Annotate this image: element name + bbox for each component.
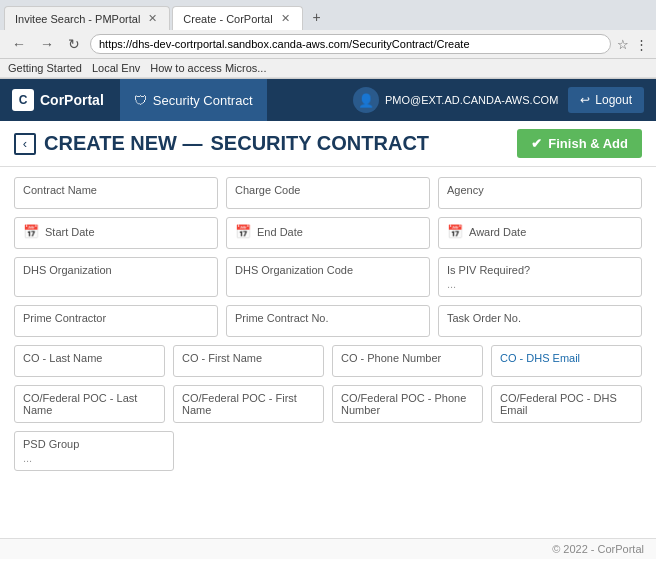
is-piv-field[interactable]: Is PIV Required? ... [438,257,642,297]
footer: © 2022 - CorPortal [0,538,656,559]
is-piv-value: ... [447,278,456,290]
logo-label: CorPortal [40,92,104,108]
bookmark-local-env[interactable]: Local Env [92,62,140,74]
form-row-4: Prime Contractor Prime Contract No. Task… [14,305,642,337]
co-fed-email-field[interactable]: CO/Federal POC - DHS Email [491,385,642,423]
dhs-org-code-field[interactable]: DHS Organization Code [226,257,430,297]
form-content: Contract Name Charge Code Agency 📅 Start… [0,167,656,538]
prime-contract-no-label: Prime Contract No. [235,312,421,324]
logout-label: Logout [595,93,632,107]
co-fed-last-label: CO/Federal POC - Last Name [23,392,156,416]
form-row-7: PSD Group ... [14,431,642,471]
co-phone-label: CO - Phone Number [341,352,474,364]
co-first-name-label: CO - First Name [182,352,315,364]
forward-button[interactable]: → [36,34,58,54]
co-last-name-field[interactable]: CO - Last Name [14,345,165,377]
start-date-label: Start Date [45,226,95,238]
co-phone-field[interactable]: CO - Phone Number [332,345,483,377]
page-title-prefix: Create New — [44,132,203,155]
finish-add-button[interactable]: ✔ Finish & Add [517,129,642,158]
task-order-no-label: Task Order No. [447,312,633,324]
tab-bar: Invitee Search - PMPortal ✕ Create - Cor… [0,0,656,30]
shield-icon: 🛡 [134,93,147,108]
back-button[interactable]: ← [8,34,30,54]
tab-label: Create - CorPortal [183,13,272,25]
bookmark-micros[interactable]: How to access Micros... [150,62,266,74]
psd-group-field[interactable]: PSD Group ... [14,431,174,471]
tab-create[interactable]: Create - CorPortal ✕ [172,6,302,30]
browser-chrome: Invitee Search - PMPortal ✕ Create - Cor… [0,0,656,79]
co-dhs-email-field[interactable]: CO - DHS Email [491,345,642,377]
address-bar: ← → ↻ ☆ ⋮ [0,30,656,59]
form-row-2: 📅 Start Date 📅 End Date 📅 Award Date [14,217,642,249]
task-order-no-field[interactable]: Task Order No. [438,305,642,337]
form-row-1: Contract Name Charge Code Agency [14,177,642,209]
logout-icon: ↩ [580,93,590,107]
form-row-5: CO - Last Name CO - First Name CO - Phon… [14,345,642,377]
dhs-org-field[interactable]: DHS Organization [14,257,218,297]
end-date-field[interactable]: 📅 End Date [226,217,430,249]
tab-label: Invitee Search - PMPortal [15,13,140,25]
charge-code-label: Charge Code [235,184,421,196]
bookmark-getting-started[interactable]: Getting Started [8,62,82,74]
co-fed-phone-field[interactable]: CO/Federal POC - Phone Number [332,385,483,423]
prime-contractor-label: Prime Contractor [23,312,209,324]
page-title: Create New — Security Contract [44,132,429,155]
agency-field[interactable]: Agency [438,177,642,209]
settings-icon[interactable]: ⋮ [635,37,648,52]
co-dhs-email-label: CO - DHS Email [500,352,633,364]
contract-name-field[interactable]: Contract Name [14,177,218,209]
form-row-3: DHS Organization DHS Organization Code I… [14,257,642,297]
co-last-name-label: CO - Last Name [23,352,156,364]
dhs-org-label: DHS Organization [23,264,209,276]
address-icons: ☆ ⋮ [617,37,648,52]
reload-button[interactable]: ↻ [64,34,84,54]
prime-contractor-field[interactable]: Prime Contractor [14,305,218,337]
page-title-main: Security Contract [211,132,430,155]
co-fed-email-label: CO/Federal POC - DHS Email [500,392,633,416]
co-first-name-field[interactable]: CO - First Name [173,345,324,377]
new-tab-button[interactable]: + [305,4,329,30]
address-input[interactable] [90,34,611,54]
logout-button[interactable]: ↩ Logout [568,87,644,113]
nav-logo: C CorPortal [12,89,120,111]
end-date-label: End Date [257,226,303,238]
agency-label: Agency [447,184,633,196]
tab-close[interactable]: ✕ [146,12,159,25]
tab-invitee[interactable]: Invitee Search - PMPortal ✕ [4,6,170,30]
calendar-icon-award: 📅 [447,224,463,239]
contract-name-label: Contract Name [23,184,209,196]
nav-user: 👤 PMO@EXT.AD.CANDA-AWS.COM [353,87,558,113]
award-date-label: Award Date [469,226,526,238]
page-header: ‹ Create New — Security Contract ✔ Finis… [0,121,656,167]
calendar-icon-start: 📅 [23,224,39,239]
user-icon: 👤 [353,87,379,113]
charge-code-field[interactable]: Charge Code [226,177,430,209]
logo-icon: C [12,89,34,111]
bookmark-icon[interactable]: ☆ [617,37,629,52]
start-date-field[interactable]: 📅 Start Date [14,217,218,249]
checkmark-icon: ✔ [531,136,542,151]
co-fed-first-label: CO/Federal POC - First Name [182,392,315,416]
form-row-6: CO/Federal POC - Last Name CO/Federal PO… [14,385,642,423]
co-fed-last-field[interactable]: CO/Federal POC - Last Name [14,385,165,423]
nav-section: 🛡 Security Contract [120,79,267,121]
nav-section-label: Security Contract [153,93,253,108]
award-date-field[interactable]: 📅 Award Date [438,217,642,249]
app: C CorPortal 🛡 Security Contract 👤 PMO@EX… [0,79,656,559]
user-label: PMO@EXT.AD.CANDA-AWS.COM [385,94,558,106]
dhs-org-code-label: DHS Organization Code [235,264,421,276]
psd-group-label: PSD Group [23,438,79,450]
prime-contract-no-field[interactable]: Prime Contract No. [226,305,430,337]
psd-group-value: ... [23,452,32,464]
top-nav: C CorPortal 🛡 Security Contract 👤 PMO@EX… [0,79,656,121]
calendar-icon-end: 📅 [235,224,251,239]
finish-label: Finish & Add [548,136,628,151]
tab-close-active[interactable]: ✕ [279,12,292,25]
co-fed-phone-label: CO/Federal POC - Phone Number [341,392,474,416]
is-piv-label: Is PIV Required? [447,264,530,276]
co-fed-first-field[interactable]: CO/Federal POC - First Name [173,385,324,423]
back-nav-button[interactable]: ‹ [14,133,36,155]
bookmarks-bar: Getting Started Local Env How to access … [0,59,656,78]
footer-text: © 2022 - CorPortal [552,543,644,555]
